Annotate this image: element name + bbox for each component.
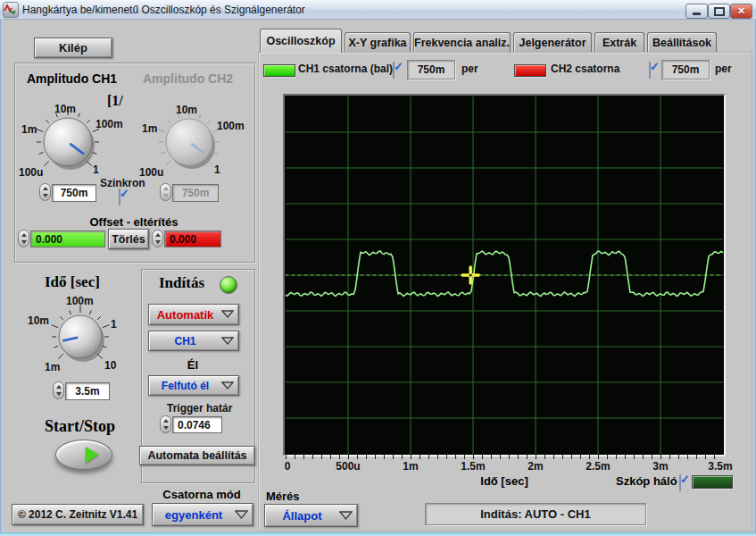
knob-tick-label: 10m: [176, 104, 197, 116]
amplitude-ch2-spinner: [160, 183, 171, 201]
x-tick: 3.5m: [708, 460, 732, 473]
auto-setup-button[interactable]: Automata beállítás: [139, 446, 255, 465]
ch2-per-label: per: [715, 63, 732, 75]
x-tick: 0: [285, 460, 291, 473]
offset-title: Offset - eltérítés: [14, 215, 253, 229]
ch2-per-value[interactable]: 750m: [661, 60, 710, 80]
app-window: Hangkártya be/kimenetű Oszcilloszkóp és …: [0, 0, 756, 536]
tab-xy-graph[interactable]: X-Y grafika: [345, 32, 411, 52]
minimize-button[interactable]: [685, 4, 708, 19]
knob-tick-label: 100m: [217, 120, 245, 132]
waveform-icon: [4, 3, 16, 15]
trigger-mode-value: Automatik: [149, 308, 221, 322]
channel-mode-dropdown[interactable]: egyenként: [152, 503, 253, 526]
x-axis-tick-strip: [286, 454, 723, 459]
trigger-mode-dropdown[interactable]: Automatik: [148, 304, 239, 325]
trigger-level-spinner[interactable]: [160, 415, 171, 433]
knob-tick-label: 100m: [96, 118, 123, 130]
knob-tick-label: 1m: [142, 122, 157, 135]
copyright-button[interactable]: © 2012 C. Zeitnitz V1.41: [12, 504, 144, 525]
trigger-source-dropdown[interactable]: CH1: [148, 331, 239, 351]
tab-oscilloscope[interactable]: Oscilloszkóp: [260, 29, 342, 53]
scope-grid-checkbox[interactable]: [679, 474, 681, 491]
window-title: Hangkártya be/kimenetű Oszcilloszkóp és …: [22, 4, 305, 16]
x-tick: 2.5m: [586, 460, 610, 473]
chevron-down-icon: [235, 510, 248, 520]
amplitude-ch1-spinner[interactable]: [39, 183, 51, 201]
chevron-down-icon: [339, 511, 353, 521]
chevron-down-icon: [221, 381, 234, 390]
amplitude-ch1-title: Amplitudo CH1: [27, 71, 117, 86]
ch1-visible-checkbox[interactable]: [393, 62, 395, 79]
maximize-button[interactable]: [708, 4, 730, 19]
trigger-level-label: Trigger határ: [167, 402, 232, 415]
x-tick: 1m: [403, 460, 418, 473]
knob-tick-label: 100u: [19, 166, 43, 179]
minimize-icon: [693, 13, 701, 15]
maximize-icon: [714, 7, 725, 16]
ch2-visible-checkbox[interactable]: [649, 62, 651, 79]
x-axis-tick-labels: 0 500u 1m 1.5m 2m 2.5m 3m 3.5m: [286, 460, 723, 473]
grid-color-swatch[interactable]: [692, 475, 733, 489]
scope-grid-label: Szkóp háló: [616, 474, 677, 488]
measurement-value: Állapot: [265, 509, 339, 523]
app-icon: [3, 2, 19, 18]
knob-tick-label: 10m: [54, 103, 76, 115]
knob-tick-label: 1: [214, 163, 220, 176]
startstop-title: Start/Stop: [45, 417, 115, 436]
x-tick: 1.5m: [461, 460, 485, 473]
trigger-edge-value: Felfutó él: [149, 380, 221, 392]
amplitude-ch1-value[interactable]: 750m: [52, 184, 96, 202]
close-button[interactable]: ✕: [730, 4, 752, 19]
knob-tick-label: 100m: [66, 295, 94, 307]
tab-frequency-analysis[interactable]: Frekvencia analiz.: [413, 32, 511, 52]
trigger-status-display: Inditás: AUTO - CH1: [425, 503, 646, 525]
time-value[interactable]: 3.5m: [65, 382, 110, 400]
knob-tick-label: 10m: [28, 314, 49, 327]
time-spinner[interactable]: [53, 381, 64, 399]
tab-settings[interactable]: Beállítások: [647, 32, 717, 52]
title-bar: Hangkártya be/kimenetű Oszcilloszkóp és …: [0, 0, 756, 20]
x-tick: 500u: [336, 460, 360, 473]
startstop-button[interactable]: [55, 440, 112, 470]
offset-clear-button[interactable]: Törlés: [108, 229, 149, 249]
knob-tick-label: 1: [111, 318, 117, 331]
trigger-title: Indítás: [159, 274, 204, 292]
x-tick: 2m: [528, 460, 543, 473]
scale-prefix-label: [1/: [107, 93, 123, 109]
knob-tick-label: 1m: [45, 361, 60, 373]
szinkron-checkbox[interactable]: [119, 188, 120, 205]
offset-ch1-spinner[interactable]: [18, 230, 29, 247]
measurement-label: Mérés: [266, 490, 300, 503]
channel-mode-value: egyenként: [153, 508, 235, 522]
ch1-legend-label: CH1 csatorna (bal): [298, 63, 393, 75]
close-icon: ✕: [737, 6, 745, 16]
x-tick: 3m: [652, 460, 668, 473]
offset-ch2-value[interactable]: 0.000: [164, 230, 221, 247]
trigger-led: [220, 276, 237, 294]
offset-ch2-spinner[interactable]: [152, 230, 163, 247]
exit-button[interactable]: Kilép: [34, 38, 112, 58]
ch2-legend-label: CH2 csatorna: [551, 63, 619, 75]
tab-extras[interactable]: Extrák: [594, 32, 644, 52]
trigger-edge-dropdown[interactable]: Felfutó él: [148, 375, 239, 396]
time-title: Idő [sec]: [45, 273, 100, 291]
scope-canvas[interactable]: [285, 96, 724, 455]
trigger-level-value[interactable]: 0.0746: [172, 416, 222, 433]
trigger-source-value: CH1: [149, 335, 221, 348]
measurement-dropdown[interactable]: Állapot: [264, 504, 358, 527]
tab-signal-generator[interactable]: Jelgenerátor: [513, 32, 592, 52]
window-border-left: [0, 19, 3, 532]
amplitude-ch2-value: 750m: [172, 184, 219, 202]
edge-label: Él: [148, 358, 237, 372]
knob-tick-label: 10: [104, 359, 116, 372]
offset-ch1-value[interactable]: 0.000: [30, 230, 105, 247]
chevron-down-icon: [221, 310, 234, 319]
ch1-per-label: per: [461, 63, 478, 75]
ch1-color-swatch: [263, 64, 295, 77]
ch1-per-value[interactable]: 750m: [407, 60, 455, 80]
play-icon: [86, 447, 99, 463]
window-border-bottom: [0, 532, 756, 536]
chevron-down-icon: [221, 337, 234, 346]
knob-tick-label: 1: [93, 163, 99, 176]
